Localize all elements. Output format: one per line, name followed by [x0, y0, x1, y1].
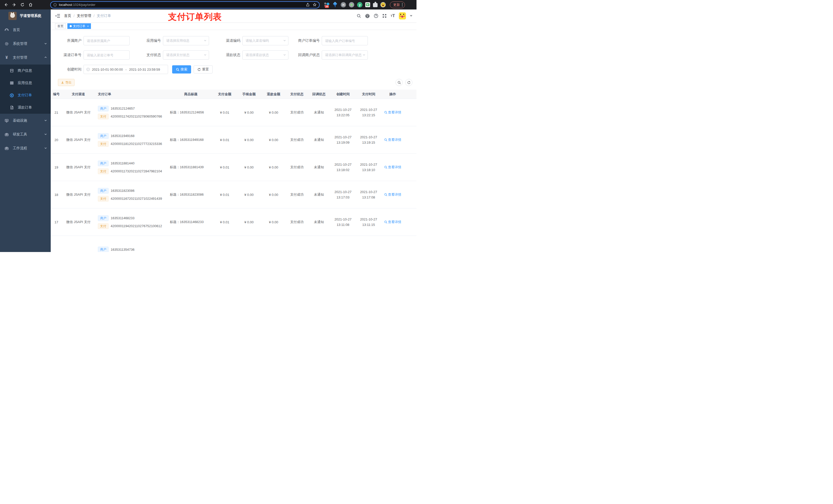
search-button[interactable]: 搜索: [172, 65, 191, 73]
col-id: 编号: [51, 92, 62, 97]
extension-icon-6[interactable]: [365, 2, 370, 7]
browser-update-button[interactable]: 更新: [390, 2, 405, 8]
back-icon[interactable]: [3, 2, 9, 8]
sidebar-item-merchant-info[interactable]: 商户信息: [0, 65, 51, 77]
field-label: 退款状态: [212, 53, 242, 57]
pay-submenu: 商户信息 应用信息 支付订单 退款订单: [0, 65, 51, 114]
sidebar-item-refund-order[interactable]: 退款订单: [0, 101, 51, 114]
caret-down-icon[interactable]: [410, 15, 412, 17]
pay-order-line: 支付 4200001173202110272847982104: [98, 169, 162, 174]
cell-pay-status: 支付成功: [286, 192, 308, 197]
cell-pay-time: 2021-10-27 13:22:15: [356, 107, 381, 118]
channel-order-no-input[interactable]: [84, 50, 129, 60]
extension-icon-7[interactable]: [373, 3, 378, 7]
cell-actions: 查看详情: [381, 220, 404, 224]
forward-icon[interactable]: [11, 2, 18, 8]
github-icon[interactable]: [365, 14, 370, 19]
merchant-order-line: 商户 1635311354736: [98, 247, 135, 252]
refresh-button[interactable]: [405, 79, 412, 86]
table-row: 19 微信 JSAPI 支付 商户 1635311881440 支付 42000…: [51, 154, 416, 181]
tab-home[interactable]: 首页: [55, 23, 66, 29]
more-menu-icon[interactable]: [402, 3, 403, 6]
search-icon: [398, 81, 401, 84]
cell-title: 标题：1635311881439: [169, 165, 213, 170]
date-end: 2021-10-31 23:59:59: [129, 68, 160, 71]
merchant-order-no: 1635311468233: [111, 216, 135, 220]
view-detail-link[interactable]: 查看详情: [384, 165, 401, 170]
close-icon[interactable]: ×: [87, 25, 89, 28]
breadcrumb-section[interactable]: 支付管理: [77, 14, 91, 18]
notify-status-select[interactable]: 请选择订单回调商户状态: [322, 50, 368, 60]
toggle-search-button[interactable]: [396, 79, 403, 86]
col-actions: 操作: [381, 92, 404, 97]
extension-icon-1[interactable]: 10: [324, 2, 330, 7]
cell-pay-time: 2021-10-27 13:17:08: [356, 189, 381, 200]
reload-icon[interactable]: [19, 2, 26, 8]
merchant-order-no-input[interactable]: [322, 36, 368, 45]
view-detail-link[interactable]: 查看详情: [384, 220, 401, 224]
sidebar-item-home[interactable]: 首页: [0, 23, 51, 37]
font-size-icon[interactable]: TT: [390, 13, 395, 19]
search-icon: [384, 220, 387, 223]
help-icon[interactable]: [374, 14, 378, 18]
extension-icon-2[interactable]: [332, 2, 338, 7]
extension-icon-8[interactable]: [380, 2, 386, 7]
create-time-range-picker[interactable]: 2021-10-01 00:00:00 - 2021-10-31 23:59:5…: [84, 65, 168, 74]
refresh-icon: [197, 68, 201, 71]
pay-tag: 支付: [98, 169, 109, 174]
search-icon: [384, 166, 387, 169]
merchant-order-no: 1635311949168: [111, 134, 135, 138]
merchant-tag: 商户: [98, 247, 109, 252]
view-detail-link[interactable]: 查看详情: [384, 192, 401, 197]
extension-icon-4[interactable]: [349, 2, 354, 7]
cell-refund-amount: ¥ 0.00: [261, 220, 286, 224]
sidebar-item-pay-order[interactable]: 支付订单: [0, 89, 51, 101]
pay-order-no: 4200001167202110271022491439: [111, 197, 162, 200]
merchant-input[interactable]: [84, 36, 129, 45]
app-logo: [8, 12, 17, 20]
pay-status-select[interactable]: 请选择支付状态: [163, 50, 209, 60]
sidebar-item-app-info[interactable]: 应用信息: [0, 77, 51, 89]
sidebar-item-pay[interactable]: ¥ 支付管理: [0, 51, 51, 65]
breadcrumb-home[interactable]: 首页: [64, 14, 71, 18]
reset-button[interactable]: 重置: [194, 65, 213, 73]
cell-title: 标题：1635311949168: [169, 138, 213, 142]
cell-pay-time: 2021-10-27 13:11:15: [356, 217, 381, 228]
main-area: 首页 / 支付管理 / 支付订单 支付订单列表 TT: [51, 9, 416, 252]
search-icon: [384, 193, 387, 196]
yen-icon: ¥: [5, 55, 9, 60]
sidebar-item-devtools[interactable]: 研发工具: [0, 127, 51, 141]
avatar[interactable]: [399, 12, 406, 20]
address-bar[interactable]: localhost:1024/pay/order: [50, 1, 320, 8]
view-detail-link[interactable]: 查看详情: [384, 138, 401, 142]
merchant-order-no: 1635311881440: [111, 161, 135, 165]
cell-id: 18: [51, 193, 62, 197]
search-icon[interactable]: [357, 14, 361, 18]
sidebar-item-infra[interactable]: 基础设施: [0, 114, 51, 127]
extension-icon-5[interactable]: y: [357, 2, 362, 7]
site-info-icon[interactable]: [53, 3, 57, 7]
cell-id: 21: [51, 111, 62, 115]
chevron-down-icon: [204, 53, 207, 57]
sidebar-item-system[interactable]: 系统管理: [0, 37, 51, 51]
extension-icon-3[interactable]: ⌘: [341, 2, 346, 7]
app-select[interactable]: 请选择应用信息: [163, 36, 209, 45]
sidebar-item-workflow[interactable]: 工作流程: [0, 141, 51, 155]
tab-pay-order[interactable]: 支付订单 ×: [67, 23, 91, 29]
channel-code-select[interactable]: 请输入渠道编码: [242, 36, 288, 45]
search-icon: [176, 68, 179, 71]
cell-title: 标题：1635311468233: [169, 220, 213, 224]
sidebar-collapse-icon[interactable]: [55, 13, 61, 19]
cell-notify-status: 未通知: [308, 165, 330, 170]
extensions-row: 10 ⌘ y: [324, 2, 386, 7]
star-icon[interactable]: [313, 3, 317, 7]
col-title: 商品标题: [169, 92, 213, 97]
export-button[interactable]: 导出: [58, 79, 74, 86]
fullscreen-icon[interactable]: [382, 14, 387, 18]
home-icon[interactable]: [27, 2, 34, 8]
refund-status-select[interactable]: 请选择退款状态: [242, 50, 288, 60]
merchant-tag: 商户: [98, 188, 109, 194]
share-icon[interactable]: [306, 3, 310, 7]
chevron-down-icon: [362, 53, 365, 57]
view-detail-link[interactable]: 查看详情: [384, 110, 401, 115]
